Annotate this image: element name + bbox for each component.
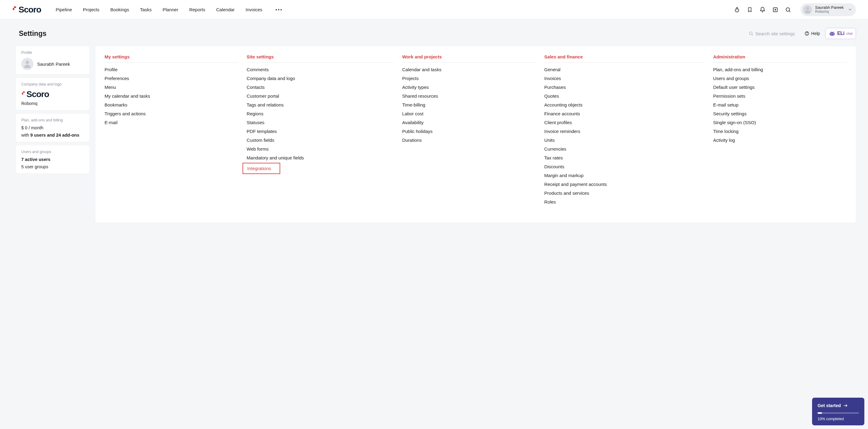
settings-link-general[interactable]: General [544, 67, 560, 72]
settings-link-client-profiles[interactable]: Client profiles [544, 120, 572, 125]
settings-link-quotes[interactable]: Quotes [544, 93, 559, 98]
settings-link-time-locking[interactable]: Time locking [713, 129, 739, 134]
search-icon[interactable] [785, 6, 792, 13]
settings-link-currencies[interactable]: Currencies [544, 146, 566, 151]
nav-calendar[interactable]: Calendar [215, 6, 235, 13]
settings-link-preferences[interactable]: Preferences [104, 76, 129, 81]
plan-price: $ 0 / month [21, 125, 84, 130]
settings-link-users-and-groups[interactable]: Users and groups [713, 76, 749, 81]
settings-link-discounts[interactable]: Discounts [544, 164, 564, 169]
user-org: Robomq [815, 10, 844, 14]
user-groups: 5 user groups [21, 164, 84, 169]
settings-link-e-mail-setup[interactable]: E-mail setup [713, 102, 738, 107]
main-content: Profile Saurabh Pareek Company data and … [0, 42, 868, 235]
settings-link-mandatory-and-unique-fields[interactable]: Mandatory and unique fields [247, 155, 304, 160]
settings-link-margin-and-markup[interactable]: Margin and markup [544, 173, 584, 178]
settings-link-calendar-and-tasks[interactable]: Calendar and tasks [402, 67, 441, 72]
settings-link-web-forms[interactable]: Web forms [247, 146, 269, 151]
settings-link-menu[interactable]: Menu [104, 85, 116, 90]
settings-column: Sales and financeGeneralInvoicesPurchase… [544, 54, 705, 204]
settings-search-input[interactable] [755, 31, 795, 36]
settings-link-plan-add-ons-and-billing[interactable]: Plan, add-ons and billing [713, 67, 763, 72]
svg-point-8 [831, 33, 832, 34]
help-link[interactable]: Help [804, 31, 820, 36]
bell-icon[interactable] [759, 6, 766, 13]
settings-column: Site settingsCommentsCompany data and lo… [247, 54, 394, 173]
settings-link-integrations[interactable]: Integrations [247, 166, 271, 171]
sidebar-card-plan[interactable]: Plan, add-ons and billing $ 0 / month wi… [16, 114, 89, 142]
settings-link-custom-fields[interactable]: Custom fields [247, 138, 274, 143]
svg-point-3 [806, 7, 809, 10]
settings-link-pdf-templates[interactable]: PDF templates [247, 129, 277, 134]
settings-link-availability[interactable]: Availability [402, 120, 424, 125]
column-list: GeneralInvoicesPurchasesQuotesAccounting… [544, 67, 705, 204]
user-menu[interactable]: Saurabh Pareek Robomq [801, 3, 856, 16]
settings-link-customer-portal[interactable]: Customer portal [247, 93, 279, 98]
settings-link-invoice-reminders[interactable]: Invoice reminders [544, 129, 580, 134]
settings-link-public-holidays[interactable]: Public holidays [402, 129, 432, 134]
company-logo: Scoro [21, 89, 84, 99]
svg-point-0 [735, 8, 739, 12]
avatar-icon [21, 58, 33, 70]
nav-pipeline[interactable]: Pipeline [55, 6, 72, 13]
settings-link-security-settings[interactable]: Security settings [713, 111, 746, 116]
settings-link-roles[interactable]: Roles [544, 199, 556, 204]
settings-link-purchases[interactable]: Purchases [544, 85, 566, 90]
settings-link-tags-and-relations[interactable]: Tags and relations [247, 102, 284, 107]
settings-link-invoices[interactable]: Invoices [544, 76, 561, 81]
settings-link-regions[interactable]: Regions [247, 111, 264, 116]
nav-tasks[interactable]: Tasks [140, 6, 152, 13]
nav-bookings[interactable]: Bookings [110, 6, 130, 13]
settings-link-products-and-services[interactable]: Products and services [544, 191, 589, 196]
company-name: Robomq [21, 101, 84, 106]
settings-link-my-calendar-and-tasks[interactable]: My calendar and tasks [104, 93, 150, 98]
nav-reports[interactable]: Reports [189, 6, 206, 13]
settings-link-company-data-and-logo[interactable]: Company data and logo [247, 76, 295, 81]
settings-link-finance-accounts[interactable]: Finance accounts [544, 111, 580, 116]
bookmark-icon[interactable] [746, 6, 753, 13]
settings-link-durations[interactable]: Durations [402, 138, 422, 143]
eli-chat-button[interactable]: ELi chat [826, 28, 856, 39]
settings-link-bookmarks[interactable]: Bookmarks [104, 102, 127, 107]
settings-link-receipt-and-payment-accounts[interactable]: Receipt and payment accounts [544, 182, 607, 187]
settings-link-activity-log[interactable]: Activity log [713, 138, 735, 143]
settings-link-profile[interactable]: Profile [104, 67, 118, 72]
settings-link-accounting-objects[interactable]: Accounting objects [544, 102, 583, 107]
column-list: Plan, add-ons and billingUsers and group… [713, 67, 847, 143]
card-label: Users and groups [21, 150, 84, 154]
card-label: Plan, add-ons and billing [21, 118, 84, 122]
settings-link-time-billing[interactable]: Time-billing [402, 102, 425, 107]
settings-link-units[interactable]: Units [544, 138, 555, 143]
settings-link-single-sign-on-sso-[interactable]: Single sign-on (SSO) [713, 120, 756, 125]
sidebar-card-profile[interactable]: Profile Saurabh Pareek [16, 46, 89, 74]
brand-logo[interactable]: Scoro [12, 5, 43, 15]
help-icon [804, 31, 809, 36]
svg-point-6 [807, 34, 807, 35]
settings-link-e-mail[interactable]: E-mail [104, 120, 118, 125]
nav-planner[interactable]: Planner [162, 6, 179, 13]
settings-link-projects[interactable]: Projects [402, 76, 418, 81]
svg-point-4 [749, 32, 752, 35]
settings-link-triggers-and-actions[interactable]: Triggers and actions [104, 111, 146, 116]
settings-link-tax-rates[interactable]: Tax rates [544, 155, 563, 160]
nav-more-button[interactable] [273, 6, 285, 13]
column-heading: Sales and finance [544, 54, 705, 63]
settings-link-comments[interactable]: Comments [247, 67, 269, 72]
eli-bot-icon [829, 30, 835, 37]
settings-search[interactable] [749, 31, 797, 36]
sidebar-card-users[interactable]: Users and groups 7 active users 5 user g… [16, 145, 89, 173]
svg-point-2 [786, 8, 789, 11]
stopwatch-icon[interactable] [734, 6, 740, 13]
add-square-icon[interactable] [772, 6, 779, 13]
settings-link-statuses[interactable]: Statuses [247, 120, 265, 125]
settings-link-labor-cost[interactable]: Labor cost [402, 111, 423, 116]
highlight-annotation: Integrations [243, 163, 280, 174]
settings-link-activity-types[interactable]: Activity types [402, 85, 429, 90]
settings-link-default-user-settings[interactable]: Default user settings [713, 85, 755, 90]
settings-link-contacts[interactable]: Contacts [247, 85, 265, 90]
sidebar-card-company[interactable]: Company data and logo Scoro Robomq [16, 78, 89, 110]
settings-link-permission-sets[interactable]: Permission sets [713, 93, 745, 98]
nav-projects[interactable]: Projects [82, 6, 100, 13]
settings-link-shared-resources[interactable]: Shared resources [402, 93, 438, 98]
nav-invoices[interactable]: Invoices [245, 6, 263, 13]
